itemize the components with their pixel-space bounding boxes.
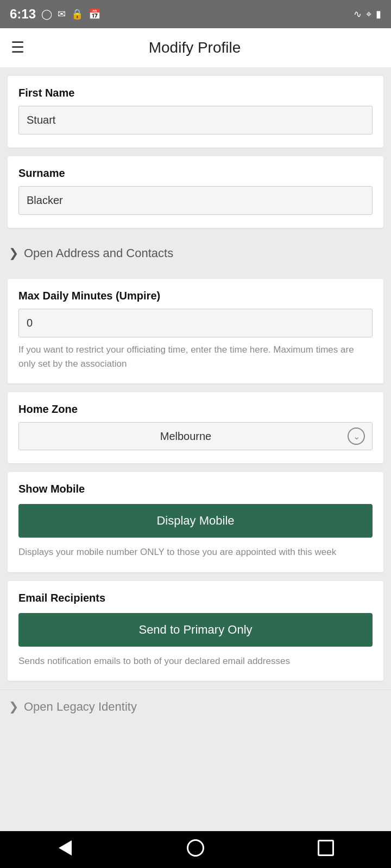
show-mobile-card: Show Mobile Display Mobile Displays your… xyxy=(8,472,383,572)
key-icon: 🔒 xyxy=(71,8,83,20)
status-bar-left: 6:13 ◯ ✉ 🔒 📅 xyxy=(10,7,100,22)
home-zone-select-wrapper: Melbourne Sydney Brisbane Perth Adelaide… xyxy=(18,422,373,450)
surname-card: Surname xyxy=(8,156,383,228)
back-icon xyxy=(59,840,72,859)
page-title: Modify Profile xyxy=(35,39,354,56)
phone-icon: ✉ xyxy=(58,8,66,20)
max-daily-minutes-helper: If you want to restrict your officiating… xyxy=(18,343,373,371)
max-daily-minutes-card: Max Daily Minutes (Umpire) If you want t… xyxy=(8,279,383,384)
send-to-primary-only-button[interactable]: Send to Primary Only xyxy=(18,613,373,647)
email-recipients-card: Email Recipients Send to Primary Only Se… xyxy=(8,581,383,681)
open-address-contacts-row[interactable]: ❯ Open Address and Contacts xyxy=(0,237,391,270)
hamburger-menu-icon[interactable]: ☰ xyxy=(11,40,24,55)
home-button[interactable] xyxy=(179,833,212,866)
home-zone-card: Home Zone Melbourne Sydney Brisbane Pert… xyxy=(8,392,383,463)
address-contacts-chevron-icon: ❯ xyxy=(9,246,18,260)
surname-input[interactable] xyxy=(18,186,373,215)
content-area: First Name Surname ❯ Open Address and Co… xyxy=(0,67,391,831)
first-name-input[interactable] xyxy=(18,106,373,135)
status-bar-right: ∿ ⌖ ▮ xyxy=(354,8,381,20)
back-button[interactable] xyxy=(49,833,81,866)
first-name-card: First Name xyxy=(8,76,383,148)
app-bar: ☰ Modify Profile xyxy=(0,28,391,67)
max-daily-minutes-input[interactable] xyxy=(18,309,373,337)
vibrate-icon: ∿ xyxy=(354,8,362,20)
clock-icon: ◯ xyxy=(41,8,52,20)
legacy-identity-chevron-icon: ❯ xyxy=(9,700,18,714)
display-mobile-button[interactable]: Display Mobile xyxy=(18,504,373,538)
max-daily-minutes-label: Max Daily Minutes (Umpire) xyxy=(18,290,373,302)
address-contacts-label: Open Address and Contacts xyxy=(24,246,173,260)
battery-icon: ▮ xyxy=(376,8,381,20)
legacy-identity-label: Open Legacy Identity xyxy=(24,700,137,714)
email-recipients-helper: Sends notification emails to both of you… xyxy=(18,654,373,668)
home-icon xyxy=(187,839,204,860)
first-name-label: First Name xyxy=(18,87,373,99)
home-zone-label: Home Zone xyxy=(18,403,373,416)
home-zone-select[interactable]: Melbourne Sydney Brisbane Perth Adelaide xyxy=(18,422,373,450)
calendar-icon: 📅 xyxy=(89,8,100,20)
bottom-navigation xyxy=(0,831,391,868)
open-legacy-identity-row[interactable]: ❯ Open Legacy Identity xyxy=(0,690,391,724)
status-time: 6:13 xyxy=(10,7,36,22)
show-mobile-label: Show Mobile xyxy=(18,483,373,495)
recent-apps-icon xyxy=(318,840,334,860)
wifi-icon: ⌖ xyxy=(366,9,371,20)
show-mobile-helper: Displays your mobile number ONLY to thos… xyxy=(18,545,373,559)
recent-apps-button[interactable] xyxy=(310,833,342,866)
status-bar: 6:13 ◯ ✉ 🔒 📅 ∿ ⌖ ▮ xyxy=(0,0,391,28)
email-recipients-label: Email Recipients xyxy=(18,592,373,604)
surname-label: Surname xyxy=(18,167,373,180)
